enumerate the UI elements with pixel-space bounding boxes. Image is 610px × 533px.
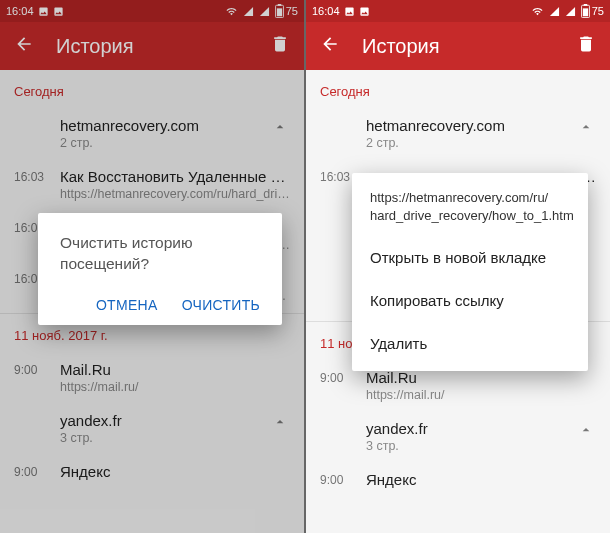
history-item[interactable]: 9:00 Яндекс	[306, 463, 610, 498]
trash-icon[interactable]	[576, 34, 596, 58]
item-title: Яндекс	[366, 471, 596, 488]
clear-history-dialog: Очистить историю посещений? ОТМЕНА ОЧИСТ…	[38, 213, 282, 325]
item-title: yandex.fr	[366, 420, 576, 437]
status-bar: 16:04 75	[306, 0, 610, 22]
back-icon[interactable]	[320, 34, 340, 58]
confirm-button[interactable]: ОЧИСТИТЬ	[182, 297, 260, 313]
svg-rect-5	[583, 8, 588, 16]
wifi-icon	[531, 6, 544, 17]
history-group[interactable]: hetmanrecovery.com 2 стр.	[306, 109, 610, 160]
item-time: 9:00	[320, 369, 366, 402]
chevron-up-icon[interactable]	[576, 420, 596, 453]
section-today: Сегодня	[306, 70, 610, 109]
dialog-message: Очистить историю посещений?	[60, 233, 260, 275]
page-title: История	[362, 35, 440, 58]
picture-icon	[359, 6, 370, 17]
app-bar: История	[306, 22, 610, 70]
item-sub: 3 стр.	[366, 439, 576, 453]
menu-copy-link[interactable]: Копировать ссылку	[352, 279, 588, 322]
item-title: Mail.Ru	[366, 369, 596, 386]
menu-open-new-tab[interactable]: Открыть в новой вкладке	[352, 236, 588, 279]
battery-indicator: 75	[581, 4, 604, 18]
item-sub: https://mail.ru/	[366, 388, 596, 402]
signal-icon	[549, 6, 560, 17]
svg-rect-4	[584, 4, 588, 6]
status-time: 16:04	[312, 5, 340, 17]
chevron-up-icon[interactable]	[576, 117, 596, 150]
menu-url: https://hetmanrecovery.com/ru/ hard_driv…	[352, 185, 588, 236]
item-time: 9:00	[320, 471, 366, 488]
signal-icon	[565, 6, 576, 17]
menu-delete[interactable]: Удалить	[352, 322, 588, 365]
context-menu: https://hetmanrecovery.com/ru/ hard_driv…	[352, 173, 588, 371]
cancel-button[interactable]: ОТМЕНА	[96, 297, 158, 313]
history-group[interactable]: yandex.fr 3 стр.	[306, 412, 610, 463]
item-sub: 2 стр.	[366, 136, 576, 150]
picture-icon	[344, 6, 355, 17]
phone-right: 16:04 75 История Сегодня hetmanrecovery.…	[306, 0, 610, 533]
item-title: hetmanrecovery.com	[366, 117, 576, 134]
phone-left: 16:04 75 История Сегодня hetmanrecovery.…	[0, 0, 304, 533]
